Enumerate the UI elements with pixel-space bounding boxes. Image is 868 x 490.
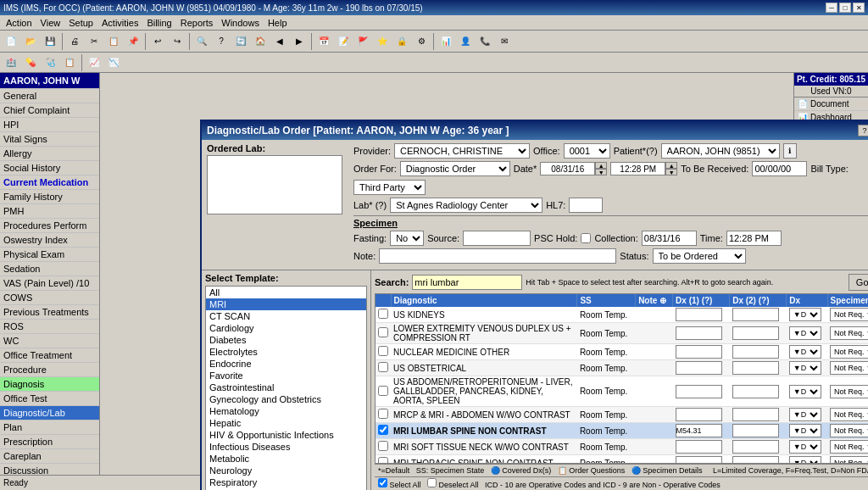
source-input[interactable] <box>463 231 531 246</box>
toolbar-help-btn[interactable]: ? <box>212 32 231 51</box>
template-gynecology[interactable]: Gynecology and Obstetrics <box>206 393 366 405</box>
sidebar-item-physical-exam[interactable]: Physical Exam <box>0 248 99 262</box>
sidebar-item-diagnosis[interactable]: Diagnosis <box>0 377 99 392</box>
toolbar-print-btn[interactable]: 🖨 <box>65 32 84 51</box>
dx1-input[interactable] <box>676 456 722 464</box>
dx2-input[interactable] <box>732 326 779 340</box>
dx2-input[interactable] <box>732 385 779 398</box>
sidebar-item-chief-complaint[interactable]: Chief Complaint <box>0 103 99 118</box>
toolbar-person-btn[interactable]: 👤 <box>456 32 475 51</box>
toolbar-lock-btn[interactable]: 🔒 <box>392 32 411 51</box>
dx-select[interactable]: ▼D <box>789 440 821 454</box>
menu-windows[interactable]: Windows <box>217 17 264 29</box>
menu-reports[interactable]: Reports <box>176 17 218 29</box>
toolbar2-btn6[interactable]: 📉 <box>104 53 123 72</box>
bill-type-select[interactable]: Third Party <box>353 180 426 195</box>
row-checkbox[interactable] <box>378 327 388 337</box>
specimen-select[interactable]: Not Req. <box>830 424 868 437</box>
template-hiv[interactable]: HIV & Opportunistic Infections <box>206 429 366 441</box>
table-row[interactable]: US OBSTETRICAL Room Temp. ▼D Not Req. <box>376 360 868 376</box>
dx-select[interactable]: ▼D <box>789 408 821 421</box>
toolbar-search-btn[interactable]: 🔍 <box>192 32 211 51</box>
fasting-select[interactable]: No Yes <box>390 231 424 246</box>
dx1-input[interactable] <box>676 440 722 454</box>
row-checkbox[interactable] <box>378 457 388 464</box>
row-checkbox[interactable] <box>378 409 388 419</box>
dx-select[interactable]: ▼D <box>789 456 821 464</box>
table-row[interactable]: US KIDNEYS Room Temp. ▼D Not Req. <box>376 307 868 323</box>
template-respiratory[interactable]: Respiratory <box>206 476 366 488</box>
table-row[interactable]: MRI LUMBAR SPINE NON CONTRAST Room Temp.… <box>376 423 868 439</box>
dx2-input[interactable] <box>732 424 779 437</box>
dx1-input[interactable] <box>676 345 722 359</box>
toolbar-home-btn[interactable]: 🏠 <box>251 32 270 51</box>
row-checkbox[interactable] <box>378 386 388 396</box>
dx-select[interactable]: ▼D <box>789 424 821 437</box>
toolbar2-btn2[interactable]: 💊 <box>21 53 40 72</box>
right-document-btn[interactable]: 📄 Document <box>794 97 868 111</box>
menu-setup[interactable]: Setup <box>64 17 97 29</box>
sidebar-item-oswestry-index[interactable]: Oswestry Index <box>0 233 99 248</box>
table-row[interactable]: MRCP & MRI - ABDOMEN W/WO CONTRAST Room … <box>376 407 868 423</box>
specimen-select[interactable]: Not Req. <box>830 408 868 421</box>
to-be-received-input[interactable] <box>752 161 807 176</box>
date-up[interactable]: ▲ <box>595 162 607 169</box>
time-input[interactable] <box>610 162 665 175</box>
template-metabolic[interactable]: Metabolic <box>206 453 366 465</box>
toolbar-chart-btn[interactable]: 📊 <box>437 32 455 51</box>
sidebar-item-wc[interactable]: WC <box>0 334 99 348</box>
dx1-input[interactable] <box>676 385 722 398</box>
template-gastrointestinal[interactable]: Gastrointestinal <box>206 381 366 393</box>
collection-time-input[interactable] <box>726 231 782 246</box>
sidebar-item-plan[interactable]: Plan <box>0 420 99 435</box>
toolbar-phone-btn[interactable]: 📞 <box>476 32 494 51</box>
dx-select[interactable]: ▼D <box>789 345 821 359</box>
dx2-input[interactable] <box>732 456 779 464</box>
dx2-input[interactable] <box>732 308 779 321</box>
table-row[interactable]: NUCLEAR MEDICINE OTHER Room Temp. ▼D Not… <box>376 344 868 360</box>
toolbar-calendar-btn[interactable]: 📅 <box>314 32 333 51</box>
row-checkbox[interactable] <box>378 346 388 356</box>
menu-activities[interactable]: Activities <box>97 17 142 29</box>
template-hematology[interactable]: Hematology <box>206 405 366 417</box>
maximize-button[interactable]: □ <box>839 3 851 13</box>
sidebar-item-family-history[interactable]: Family History <box>0 190 99 204</box>
toolbar-paste-btn[interactable]: 📌 <box>124 32 142 51</box>
toolbar-note-btn[interactable]: 📝 <box>334 32 353 51</box>
hl7-input[interactable] <box>569 198 603 213</box>
toolbar-redo-btn[interactable]: ↪ <box>168 32 186 51</box>
template-favorite[interactable]: Favorite <box>206 370 366 381</box>
toolbar2-btn5[interactable]: 📈 <box>85 53 103 72</box>
toolbar-mail-btn[interactable]: ✉ <box>495 32 514 51</box>
table-row[interactable]: MRI THORACIC SPINE NON CONTRAST Room Tem… <box>376 455 868 465</box>
sidebar-item-office-test[interactable]: Office Test <box>0 392 99 406</box>
date-down[interactable]: ▼ <box>595 169 607 175</box>
sidebar-item-prescription[interactable]: Prescription <box>0 435 99 449</box>
specimen-select[interactable]: Not Req. <box>830 385 868 398</box>
toolbar-save-btn[interactable]: 💾 <box>41 32 59 51</box>
row-checkbox[interactable] <box>378 441 388 451</box>
toolbar-undo-btn[interactable]: ↩ <box>148 32 167 51</box>
dx1-input[interactable] <box>676 326 722 340</box>
template-diabetes[interactable]: Diabetes <box>206 334 366 346</box>
dx-select[interactable]: ▼D <box>789 361 821 375</box>
template-ct-scan[interactable]: CT SCAN <box>206 310 366 322</box>
search-input[interactable] <box>412 275 522 290</box>
minimize-button[interactable]: ─ <box>826 3 837 13</box>
template-neurology[interactable]: Neurology <box>206 465 366 476</box>
toolbar-flag-btn[interactable]: 🚩 <box>353 32 372 51</box>
template-infectious[interactable]: Infectious Diseases <box>206 441 366 453</box>
toolbar-back-btn[interactable]: ◀ <box>270 32 289 51</box>
table-row[interactable]: LOWER EXTREMITY VENOUS DUPLEX US + COMPR… <box>376 323 868 344</box>
sidebar-item-procedures-perform[interactable]: Procedures Perform <box>0 219 99 233</box>
specimen-select[interactable]: Not Req. <box>830 345 868 359</box>
sidebar-item-cows[interactable]: COWS <box>0 291 99 305</box>
sidebar-item-vital-signs[interactable]: Vital Signs <box>0 132 99 147</box>
menu-help[interactable]: Help <box>264 17 292 29</box>
sidebar-item-general[interactable]: General <box>0 89 99 103</box>
collection-input[interactable] <box>642 231 697 246</box>
dx1-input[interactable] <box>676 424 722 437</box>
sidebar-item-careplan[interactable]: Careplan <box>0 449 99 464</box>
toolbar-cut-btn[interactable]: ✂ <box>85 32 103 51</box>
specimen-select[interactable]: Not Req. <box>830 440 868 454</box>
